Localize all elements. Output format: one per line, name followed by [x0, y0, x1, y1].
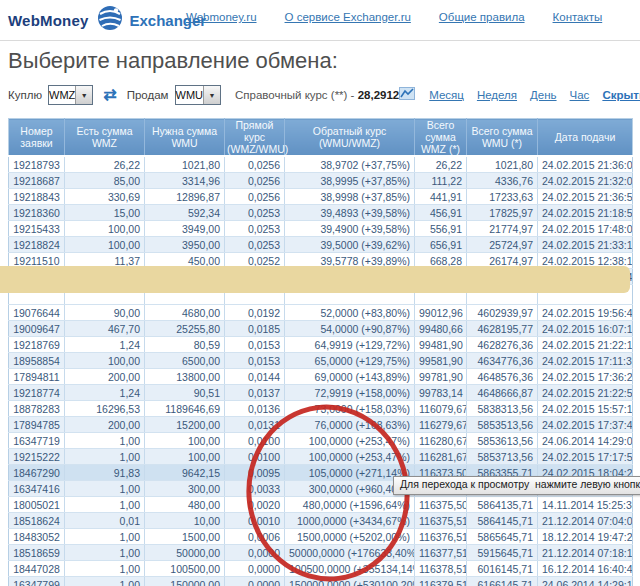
- reference-rate-value: 28,2912: [358, 89, 400, 101]
- table-cell: 4628195,77: [467, 321, 538, 337]
- chart-icon: [399, 86, 415, 104]
- table-cell: 0,0256: [225, 189, 285, 205]
- table-cell: 18958854: [9, 353, 65, 369]
- table-cell: 1,24: [65, 385, 145, 401]
- table-cell: 480,0000 (+1596,64%): [285, 497, 415, 513]
- table-cell: 54,0000 (+90,87%): [285, 321, 415, 337]
- table-row[interactable]: 18958854100,006500,000,015365,0000 (+129…: [9, 353, 633, 369]
- table-row[interactable]: 192152221,00100,000,0100100,0000 (+253,4…: [9, 449, 633, 465]
- period-link-month[interactable]: Месяц: [429, 89, 464, 101]
- table-row[interactable]: 1921868785,003314,960,025638,9995 (+37,8…: [9, 173, 633, 189]
- buy-currency-select[interactable]: WMZ ▼: [48, 85, 93, 105]
- sell-currency-select[interactable]: WMU ▼: [175, 85, 222, 105]
- table-cell: 24.02.2015 21:33:19: [538, 237, 633, 253]
- table-cell: 16347799: [9, 577, 65, 586]
- table-row[interactable]: 17894811200,0013800,000,014469,0000 (+14…: [9, 369, 633, 385]
- table-row[interactable]: 19009647467,7025255,800,018554,0000 (+90…: [9, 321, 633, 337]
- table-cell: 0,0137: [225, 385, 285, 401]
- table-cell: 13800,00: [145, 369, 225, 385]
- table-cell: 38,9702 (+37,75%): [285, 156, 415, 173]
- table-row[interactable]: 185186591,0050000,000,000050000,0000 (+1…: [9, 545, 633, 561]
- nav-link-webmoney-ru[interactable]: Webmoney.ru: [186, 11, 257, 23]
- table-cell: 150000,00: [145, 577, 225, 586]
- table-cell: 100,00: [145, 449, 225, 465]
- table-row[interactable]: 163477991,00150000,000,0000150000,0000 (…: [9, 577, 633, 586]
- table-cell: 18878283: [9, 401, 65, 417]
- globe-icon: [97, 5, 123, 35]
- table-cell: 19218687: [9, 173, 65, 189]
- table-row[interactable]: 192187741,2490,510,013772,9919 (+158,00%…: [9, 385, 633, 401]
- reference-rate-label: Справочный курс (**) -: [235, 89, 358, 101]
- table-cell: 150000,0000 (+530100,20%): [285, 577, 415, 586]
- period-link-day[interactable]: День: [530, 89, 557, 101]
- nav-link-contacts[interactable]: Контакты: [553, 11, 603, 23]
- table-cell: 467,70: [65, 321, 145, 337]
- table-cell: 0,0253: [225, 237, 285, 253]
- nav-link-about-exchanger[interactable]: О сервисе Exchanger.ru: [285, 11, 411, 23]
- table-cell: 0,0185: [225, 321, 285, 337]
- table-row[interactable]: 163477191,00100,000,0100100,0000 (+253,4…: [9, 433, 633, 449]
- table-row[interactable]: 19215433100,003949,000,025339,4900 (+39,…: [9, 221, 633, 237]
- table-cell: 24.02.2015 21:32:09: [538, 173, 633, 189]
- table-cell: 0,0153: [225, 353, 285, 369]
- period-link-hour[interactable]: Час: [570, 89, 590, 101]
- table-row[interactable]: 19218824100,003950,000,025339,5000 (+39,…: [9, 237, 633, 253]
- table-cell: 18518624: [9, 513, 65, 529]
- table-cell: 5864135,71: [467, 497, 538, 513]
- table-cell: 116378,51: [415, 561, 467, 577]
- table-row[interactable]: 1907664490,004680,000,019252,0000 (+83,8…: [9, 305, 633, 321]
- table-cell: 1000,0000 (+3434,67%): [285, 513, 415, 529]
- table-cell: 5853713,56: [467, 449, 538, 465]
- table-row[interactable]: 1921836015,00592,340,025339,4893 (+39,58…: [9, 205, 633, 221]
- table-cell: 116281,67: [415, 449, 467, 465]
- webmoney-logo[interactable]: WebMoney Exchanger: [8, 5, 206, 35]
- table-cell: 456,91: [415, 205, 467, 221]
- table-cell: 10,00: [145, 513, 225, 529]
- dropdown-arrow-icon[interactable]: ▼: [75, 86, 92, 104]
- table-row[interactable]: 17894785200,0015200,000,013176,0000 (+16…: [9, 417, 633, 433]
- table-cell: 0,0256: [225, 173, 285, 189]
- dropdown-arrow-icon[interactable]: ▼: [203, 86, 220, 104]
- table-cell: 24.02.2015 15:57:10: [538, 401, 633, 417]
- top-bar: WebMoney Exchanger Webmoney.ru О сервисе…: [0, 0, 640, 41]
- swap-direction-icon[interactable]: ⇄: [103, 87, 116, 103]
- reference-rate: Справочный курс (**) - 28,2912: [235, 89, 399, 101]
- table-cell: 4648576,36: [467, 369, 538, 385]
- table-cell: 50000,00: [145, 545, 225, 561]
- table-row[interactable]: 1887828316296,531189646,690,013673,0000 …: [9, 401, 633, 417]
- table-row[interactable]: 184830521,001500,000,00061500,0000 (+520…: [9, 529, 633, 545]
- table-cell: 99480,66: [415, 321, 467, 337]
- table-row[interactable]: 19218843330,6912896,870,025638,9998 (+37…: [9, 189, 633, 205]
- table-cell: 0,01: [65, 513, 145, 529]
- table-row[interactable]: 184470281,00100500,000,0000100500,0000 (…: [9, 561, 633, 577]
- table-cell: 16.12.2014 16:40:49: [538, 561, 633, 577]
- table-cell: 0,0000: [225, 577, 285, 586]
- table-row[interactable]: 180050211,00480,000,0020480,0000 (+1596,…: [9, 497, 633, 513]
- table-cell: 1,00: [65, 433, 145, 449]
- table-cell: 200,00: [65, 417, 145, 433]
- table-cell: 0,0253: [225, 221, 285, 237]
- table-cell: 0,0136: [225, 401, 285, 417]
- table-cell: 26,22: [415, 156, 467, 173]
- top-navigation: Webmoney.ru О сервисе Exchanger.ru Общие…: [186, 11, 602, 23]
- table-cell: 1,00: [65, 561, 145, 577]
- table-cell: 16347719: [9, 433, 65, 449]
- table-row[interactable]: 1921879326,221021,800,025638,9702 (+37,7…: [9, 156, 633, 173]
- table-cell: 116376,51: [415, 529, 467, 545]
- table-cell: 5838313,56: [467, 401, 538, 417]
- hide-link[interactable]: Скрыть: [602, 89, 640, 101]
- table-cell: 116379,51: [415, 577, 467, 586]
- period-link-week[interactable]: Неделя: [477, 89, 517, 101]
- table-cell: 1500,0000 (+5202,00%): [285, 529, 415, 545]
- nav-link-rules[interactable]: Общие правила: [439, 11, 525, 23]
- table-row[interactable]: 185186240,0110,000,00101000,0000 (+3434,…: [9, 513, 633, 529]
- table-cell: 0,0192: [225, 305, 285, 321]
- table-cell: 99581,90: [415, 353, 467, 369]
- table-cell: 17233,63: [467, 189, 538, 205]
- table-cell: 111,22: [415, 173, 467, 189]
- table-cell: 5865645,71: [467, 529, 538, 545]
- row-tooltip: Для перехода к просмотру нажмите левую к…: [393, 476, 640, 495]
- table-cell: 0,0020: [225, 497, 285, 513]
- table-cell: 1021,80: [467, 156, 538, 173]
- table-row[interactable]: 192187691,2480,590,015364,9919 (+129,72%…: [9, 337, 633, 353]
